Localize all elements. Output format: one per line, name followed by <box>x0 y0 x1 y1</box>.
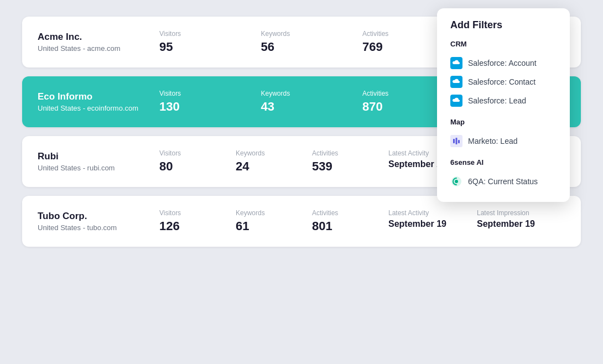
company-info-acme: Acme Inc. United States - acme.com <box>38 32 159 53</box>
stat-visitors-tubo-corp: Visitors 126 <box>159 209 236 233</box>
svg-rect-3 <box>458 140 460 143</box>
salesforce-lead-icon <box>450 95 462 107</box>
svg-rect-2 <box>456 138 458 144</box>
filter-section-crm: CRM <box>450 40 557 48</box>
stat-keywords-eco-informo: Keywords 43 <box>261 90 363 114</box>
stat-latest-impression-tubo-corp: Latest Impression September 19 <box>477 209 565 233</box>
filter-item-marketo-lead[interactable]: Marketo: Lead <box>450 132 557 150</box>
svg-point-5 <box>455 180 458 183</box>
company-card-tubo-corp[interactable]: Tubo Corp. United States - tubo.com Visi… <box>22 196 581 247</box>
company-info-eco-informo: Eco Informo United States - ecoinformo.c… <box>38 91 159 112</box>
filter-section-map: Map <box>450 118 557 126</box>
company-name-tubo-corp: Tubo Corp. <box>38 211 159 222</box>
company-name-rubi: Rubi <box>38 151 159 162</box>
filter-item-sf-account[interactable]: Salesforce: Account <box>450 54 557 72</box>
stat-keywords-acme: Keywords 56 <box>261 30 363 54</box>
stat-keywords-tubo-corp: Keywords 61 <box>236 209 312 233</box>
company-info-tubo-corp: Tubo Corp. United States - tubo.com <box>38 211 159 232</box>
filter-item-sf-lead[interactable]: Salesforce: Lead <box>450 91 557 110</box>
stat-keywords-rubi: Keywords 24 <box>236 149 312 174</box>
salesforce-icon <box>450 57 462 69</box>
stat-activities-tubo-corp: Activities 801 <box>312 209 388 233</box>
svg-rect-1 <box>453 139 455 143</box>
filter-item-sf-contact-label: Salesforce: Contact <box>468 77 536 86</box>
filter-dropdown-title: Add Filters <box>450 19 557 31</box>
company-sub-tubo-corp: United States - tubo.com <box>38 223 159 232</box>
stat-visitors-rubi: Visitors 80 <box>159 149 236 174</box>
sixsense-icon <box>450 175 462 188</box>
filter-item-sf-account-label: Salesforce: Account <box>468 59 537 67</box>
stats-row-tubo-corp: Visitors 126 Keywords 61 Activities 801 … <box>159 209 565 233</box>
filter-section-sixsense: 6sense AI <box>450 158 557 167</box>
company-sub-rubi: United States - rubi.com <box>38 164 159 172</box>
filter-item-marketo-lead-label: Marketo: Lead <box>468 137 518 145</box>
stat-visitors-acme: Visitors 95 <box>159 30 261 54</box>
stat-latest-activity-tubo-corp: Latest Activity September 19 <box>388 209 477 233</box>
filter-item-6qa[interactable]: 6QA: Current Status <box>450 172 557 191</box>
company-name-eco-informo: Eco Informo <box>38 91 159 102</box>
stat-visitors-eco-informo: Visitors 130 <box>159 90 261 114</box>
salesforce-contact-icon <box>450 76 462 88</box>
stat-activities-rubi: Activities 539 <box>312 149 388 174</box>
filter-dropdown[interactable]: Add Filters CRM Salesforce: Account Sale… <box>437 8 570 202</box>
filter-item-6qa-label: 6QA: Current Status <box>468 177 538 186</box>
company-name-acme: Acme Inc. <box>38 32 159 43</box>
company-info-rubi: Rubi United States - rubi.com <box>38 151 159 172</box>
company-sub-eco-informo: United States - ecoinformo.com <box>38 104 159 112</box>
filter-item-sf-lead-label: Salesforce: Lead <box>468 96 526 105</box>
marketo-icon <box>450 135 462 147</box>
main-content: Acme Inc. United States - acme.com Visit… <box>0 0 603 272</box>
company-sub-acme: United States - acme.com <box>38 44 159 53</box>
filter-item-sf-contact[interactable]: Salesforce: Contact <box>450 72 557 91</box>
